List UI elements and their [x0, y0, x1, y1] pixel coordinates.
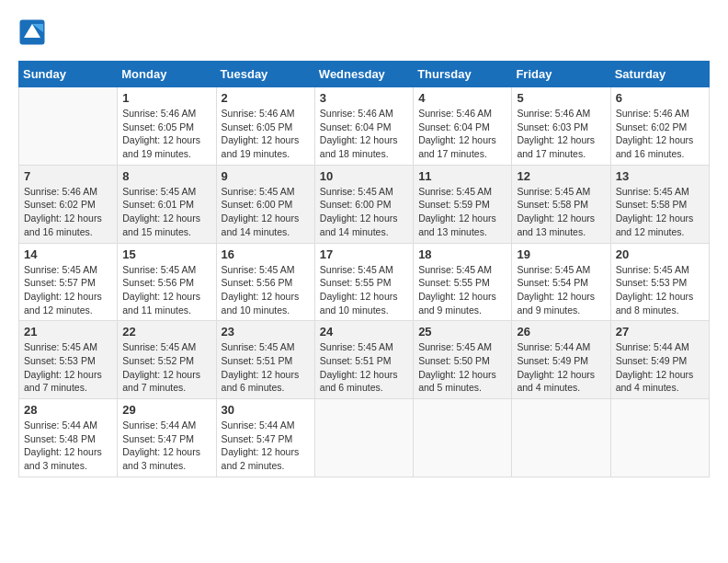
calendar-cell: 2Sunrise: 5:46 AM Sunset: 6:05 PM Daylig…: [216, 87, 314, 166]
calendar-cell: 26Sunrise: 5:44 AM Sunset: 5:49 PM Dayli…: [512, 321, 610, 399]
day-number: 18: [418, 247, 506, 261]
day-number: 30: [222, 403, 310, 417]
day-number: 23: [222, 325, 310, 339]
day-info: Sunrise: 5:45 AM Sunset: 6:00 PM Dayligh…: [320, 185, 408, 239]
day-info: Sunrise: 5:45 AM Sunset: 5:50 PM Dayligh…: [418, 340, 506, 395]
calendar-cell: 21Sunrise: 5:45 AM Sunset: 5:53 PM Dayli…: [19, 321, 118, 399]
day-number: 10: [320, 169, 408, 183]
day-info: Sunrise: 5:45 AM Sunset: 5:51 PM Dayligh…: [320, 340, 408, 395]
calendar-cell: 7Sunrise: 5:46 AM Sunset: 6:02 PM Daylig…: [19, 165, 118, 243]
calendar-cell: 11Sunrise: 5:45 AM Sunset: 5:59 PM Dayli…: [414, 165, 512, 243]
day-info: Sunrise: 5:46 AM Sunset: 6:05 PM Dayligh…: [122, 107, 210, 161]
calendar-cell: 28Sunrise: 5:44 AM Sunset: 5:48 PM Dayli…: [19, 399, 118, 477]
day-header-saturday: Saturday: [610, 62, 709, 87]
calendar-week-row: 21Sunrise: 5:45 AM Sunset: 5:53 PM Dayli…: [19, 321, 710, 399]
day-number: 11: [418, 169, 506, 183]
calendar-cell: 27Sunrise: 5:44 AM Sunset: 5:49 PM Dayli…: [610, 321, 709, 399]
day-info: Sunrise: 5:46 AM Sunset: 6:04 PM Dayligh…: [320, 107, 408, 161]
day-info: Sunrise: 5:45 AM Sunset: 5:53 PM Dayligh…: [616, 263, 704, 317]
day-info: Sunrise: 5:44 AM Sunset: 5:49 PM Dayligh…: [517, 340, 605, 395]
calendar-cell: [610, 399, 709, 477]
day-number: 17: [320, 247, 408, 261]
day-info: Sunrise: 5:46 AM Sunset: 6:05 PM Dayligh…: [222, 107, 310, 161]
day-number: 22: [122, 325, 210, 339]
day-number: 28: [24, 403, 112, 417]
day-number: 13: [616, 169, 704, 183]
day-number: 12: [517, 169, 605, 183]
calendar-cell: 22Sunrise: 5:45 AM Sunset: 5:52 PM Dayli…: [118, 321, 216, 399]
day-info: Sunrise: 5:45 AM Sunset: 5:58 PM Dayligh…: [517, 185, 605, 239]
calendar-cell: 12Sunrise: 5:45 AM Sunset: 5:58 PM Dayli…: [512, 165, 610, 243]
day-number: 27: [616, 325, 704, 339]
day-number: 2: [222, 91, 310, 105]
day-info: Sunrise: 5:44 AM Sunset: 5:47 PM Dayligh…: [222, 419, 310, 473]
day-number: 3: [320, 91, 408, 105]
day-header-tuesday: Tuesday: [216, 62, 314, 87]
day-header-wednesday: Wednesday: [314, 62, 413, 87]
day-number: 21: [24, 325, 112, 339]
day-info: Sunrise: 5:45 AM Sunset: 5:55 PM Dayligh…: [320, 263, 408, 317]
calendar-cell: [414, 399, 512, 477]
calendar-cell: 9Sunrise: 5:45 AM Sunset: 6:00 PM Daylig…: [216, 165, 314, 243]
day-number: 8: [122, 169, 210, 183]
calendar-cell: 3Sunrise: 5:46 AM Sunset: 6:04 PM Daylig…: [314, 87, 413, 166]
calendar-cell: [512, 399, 610, 477]
day-info: Sunrise: 5:45 AM Sunset: 5:53 PM Dayligh…: [24, 340, 112, 395]
calendar-cell: 10Sunrise: 5:45 AM Sunset: 6:00 PM Dayli…: [314, 165, 413, 243]
day-number: 15: [122, 247, 210, 261]
day-number: 14: [24, 247, 112, 261]
day-number: 4: [418, 91, 506, 105]
calendar-cell: 30Sunrise: 5:44 AM Sunset: 5:47 PM Dayli…: [216, 399, 314, 477]
calendar-header-row: SundayMondayTuesdayWednesdayThursdayFrid…: [19, 62, 710, 87]
day-info: Sunrise: 5:45 AM Sunset: 5:58 PM Dayligh…: [616, 185, 704, 239]
calendar-cell: 15Sunrise: 5:45 AM Sunset: 5:56 PM Dayli…: [118, 243, 216, 321]
day-info: Sunrise: 5:45 AM Sunset: 6:00 PM Dayligh…: [222, 185, 310, 239]
day-info: Sunrise: 5:44 AM Sunset: 5:48 PM Dayligh…: [24, 419, 112, 473]
calendar-cell: 16Sunrise: 5:45 AM Sunset: 5:56 PM Dayli…: [216, 243, 314, 321]
logo-icon: [18, 18, 46, 46]
day-number: 16: [222, 247, 310, 261]
calendar-cell: 29Sunrise: 5:44 AM Sunset: 5:47 PM Dayli…: [118, 399, 216, 477]
day-header-thursday: Thursday: [414, 62, 512, 87]
day-header-sunday: Sunday: [19, 62, 118, 87]
calendar-cell: 23Sunrise: 5:45 AM Sunset: 5:51 PM Dayli…: [216, 321, 314, 399]
day-info: Sunrise: 5:45 AM Sunset: 5:54 PM Dayligh…: [517, 263, 605, 317]
calendar-week-row: 14Sunrise: 5:45 AM Sunset: 5:57 PM Dayli…: [19, 243, 710, 321]
calendar-cell: 5Sunrise: 5:46 AM Sunset: 6:03 PM Daylig…: [512, 87, 610, 166]
day-number: 1: [122, 91, 210, 105]
day-number: 9: [222, 169, 310, 183]
day-info: Sunrise: 5:45 AM Sunset: 5:55 PM Dayligh…: [418, 263, 506, 317]
calendar-cell: 14Sunrise: 5:45 AM Sunset: 5:57 PM Dayli…: [19, 243, 118, 321]
day-info: Sunrise: 5:45 AM Sunset: 5:52 PM Dayligh…: [122, 340, 210, 395]
calendar-cell: 13Sunrise: 5:45 AM Sunset: 5:58 PM Dayli…: [610, 165, 709, 243]
day-info: Sunrise: 5:45 AM Sunset: 5:56 PM Dayligh…: [122, 263, 210, 317]
calendar: SundayMondayTuesdayWednesdayThursdayFrid…: [18, 61, 710, 477]
day-number: 19: [517, 247, 605, 261]
logo: [18, 18, 50, 46]
day-number: 26: [517, 325, 605, 339]
calendar-cell: 6Sunrise: 5:46 AM Sunset: 6:02 PM Daylig…: [610, 87, 709, 166]
day-info: Sunrise: 5:45 AM Sunset: 5:59 PM Dayligh…: [418, 185, 506, 239]
day-info: Sunrise: 5:45 AM Sunset: 6:01 PM Dayligh…: [122, 185, 210, 239]
calendar-cell: 25Sunrise: 5:45 AM Sunset: 5:50 PM Dayli…: [414, 321, 512, 399]
day-info: Sunrise: 5:46 AM Sunset: 6:03 PM Dayligh…: [517, 107, 605, 161]
calendar-cell: 17Sunrise: 5:45 AM Sunset: 5:55 PM Dayli…: [314, 243, 413, 321]
calendar-week-row: 7Sunrise: 5:46 AM Sunset: 6:02 PM Daylig…: [19, 165, 710, 243]
calendar-cell: 24Sunrise: 5:45 AM Sunset: 5:51 PM Dayli…: [314, 321, 413, 399]
day-info: Sunrise: 5:44 AM Sunset: 5:49 PM Dayligh…: [616, 340, 704, 395]
day-number: 29: [122, 403, 210, 417]
day-number: 24: [320, 325, 408, 339]
calendar-cell: 4Sunrise: 5:46 AM Sunset: 6:04 PM Daylig…: [414, 87, 512, 166]
calendar-cell: 20Sunrise: 5:45 AM Sunset: 5:53 PM Dayli…: [610, 243, 709, 321]
day-info: Sunrise: 5:45 AM Sunset: 5:56 PM Dayligh…: [222, 263, 310, 317]
day-info: Sunrise: 5:46 AM Sunset: 6:02 PM Dayligh…: [24, 185, 112, 239]
calendar-cell: 18Sunrise: 5:45 AM Sunset: 5:55 PM Dayli…: [414, 243, 512, 321]
calendar-cell: 8Sunrise: 5:45 AM Sunset: 6:01 PM Daylig…: [118, 165, 216, 243]
day-header-monday: Monday: [118, 62, 216, 87]
day-number: 25: [418, 325, 506, 339]
calendar-week-row: 1Sunrise: 5:46 AM Sunset: 6:05 PM Daylig…: [19, 87, 710, 166]
day-info: Sunrise: 5:46 AM Sunset: 6:04 PM Dayligh…: [418, 107, 506, 161]
day-info: Sunrise: 5:45 AM Sunset: 5:57 PM Dayligh…: [24, 263, 112, 317]
day-number: 7: [24, 169, 112, 183]
calendar-cell: [314, 399, 413, 477]
